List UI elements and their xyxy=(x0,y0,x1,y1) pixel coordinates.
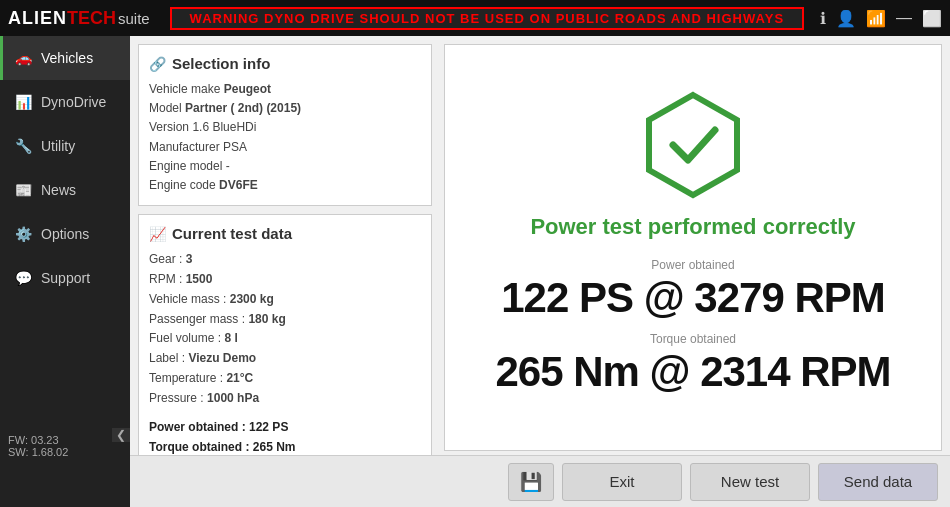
minimize-icon[interactable]: — xyxy=(896,9,912,27)
top-bar: ALIEN TECH suite WARNING DYNO DRIVE SHOU… xyxy=(0,0,950,36)
sidebar-item-options-label: Options xyxy=(41,226,89,242)
sidebar-item-dynodrive-label: DynoDrive xyxy=(41,94,106,110)
version-info: FW: 03.23 SW: 1.68.02 xyxy=(0,428,112,507)
svg-marker-0 xyxy=(649,95,737,195)
sidebar-item-vehicles[interactable]: 🚗 Vehicles xyxy=(0,36,130,80)
success-title: Power test performed correctly xyxy=(530,214,855,240)
sw-label: SW: xyxy=(8,446,29,458)
current-test-icon: 📈 xyxy=(149,226,166,242)
top-icons: ℹ 👤 📶 — ⬜ xyxy=(820,9,942,28)
support-icon: 💬 xyxy=(13,268,33,288)
vehicles-icon: 🚗 xyxy=(13,48,33,68)
test-passenger-mass: Passenger mass : 180 kg xyxy=(149,310,421,330)
utility-icon: 🔧 xyxy=(13,136,33,156)
options-icon: ⚙️ xyxy=(13,224,33,244)
news-icon: 📰 xyxy=(13,180,33,200)
send-data-button[interactable]: Send data xyxy=(818,463,938,501)
left-panel: 🔗 Selection info Vehicle make Peugeot Mo… xyxy=(130,36,440,455)
new-test-button[interactable]: New test xyxy=(690,463,810,501)
info-engine-code: Engine code DV6FE xyxy=(149,176,421,195)
logo: ALIEN TECH suite xyxy=(8,8,150,29)
warning-banner: WARNING DYNO DRIVE SHOULD NOT BE USED ON… xyxy=(170,7,804,30)
sidebar-item-news-label: News xyxy=(41,182,76,198)
wifi-icon[interactable]: 📶 xyxy=(866,9,886,28)
selection-info-icon: 🔗 xyxy=(149,56,166,72)
info-model: Model Partner ( 2nd) (2015) xyxy=(149,99,421,118)
test-torque-obtained: Torque obtained : 265 Nm xyxy=(149,437,421,455)
test-power-obtained: Power obtained : 122 PS xyxy=(149,417,421,437)
test-pressure: Pressure : 1000 hPa xyxy=(149,389,421,409)
fw-value: 03.23 xyxy=(31,434,59,446)
save-icon: 💾 xyxy=(520,471,542,493)
sidebar-item-vehicles-label: Vehicles xyxy=(41,50,93,66)
sidebar-item-utility-label: Utility xyxy=(41,138,75,154)
logo-suite-text: suite xyxy=(118,10,150,27)
panels: 🔗 Selection info Vehicle make Peugeot Mo… xyxy=(130,36,950,455)
current-test-box: 📈 Current test data Gear : 3 RPM : 1500 … xyxy=(138,214,432,455)
action-bar: 💾 Exit New test Send data xyxy=(130,455,950,507)
info-engine-model: Engine model - xyxy=(149,157,421,176)
current-test-title: 📈 Current test data xyxy=(149,225,421,242)
fw-label: FW: xyxy=(8,434,28,446)
sidebar-item-support-label: Support xyxy=(41,270,90,286)
test-label: Label : Viezu Demo xyxy=(149,349,421,369)
content-area: 🔗 Selection info Vehicle make Peugeot Mo… xyxy=(130,36,950,507)
info-manufacturer: Manufacturer PSA xyxy=(149,138,421,157)
logo-tech-text: TECH xyxy=(67,8,116,29)
torque-label: Torque obtained xyxy=(650,332,736,346)
sidebar-item-utility[interactable]: 🔧 Utility xyxy=(0,124,130,168)
logo-alien-text: ALIEN xyxy=(8,8,67,29)
sidebar-item-options[interactable]: ⚙️ Options xyxy=(0,212,130,256)
selection-info-box: 🔗 Selection info Vehicle make Peugeot Mo… xyxy=(138,44,432,206)
sidebar-item-news[interactable]: 📰 News xyxy=(0,168,130,212)
test-vehicle-mass: Vehicle mass : 2300 kg xyxy=(149,290,421,310)
success-hex-icon xyxy=(638,90,748,200)
main-area: 🚗 Vehicles 📊 DynoDrive 🔧 Utility 📰 News … xyxy=(0,36,950,507)
power-value: 122 PS @ 3279 RPM xyxy=(501,274,885,322)
info-make: Vehicle make Peugeot xyxy=(149,80,421,99)
test-temperature: Temperature : 21°C xyxy=(149,369,421,389)
torque-value: 265 Nm @ 2314 RPM xyxy=(495,348,890,396)
sidebar-item-support[interactable]: 💬 Support xyxy=(0,256,130,300)
restore-icon[interactable]: ⬜ xyxy=(922,9,942,28)
dynodrive-icon: 📊 xyxy=(13,92,33,112)
test-power-summary: Power obtained : 122 PS Torque obtained … xyxy=(149,417,421,456)
sw-value: 1.68.02 xyxy=(32,446,69,458)
power-label: Power obtained xyxy=(651,258,734,272)
sidebar: 🚗 Vehicles 📊 DynoDrive 🔧 Utility 📰 News … xyxy=(0,36,130,507)
user-icon[interactable]: 👤 xyxy=(836,9,856,28)
sidebar-item-dynodrive[interactable]: 📊 DynoDrive xyxy=(0,80,130,124)
selection-info-title: 🔗 Selection info xyxy=(149,55,421,72)
save-button[interactable]: 💾 xyxy=(508,463,554,501)
test-rpm: RPM : 1500 xyxy=(149,270,421,290)
info-version: Version 1.6 BlueHDi xyxy=(149,118,421,137)
right-panel: Power test performed correctly Power obt… xyxy=(444,44,942,451)
exit-button[interactable]: Exit xyxy=(562,463,682,501)
test-gear: Gear : 3 xyxy=(149,250,421,270)
info-icon[interactable]: ℹ xyxy=(820,9,826,28)
test-fuel: Fuel volume : 8 l xyxy=(149,329,421,349)
sidebar-collapse-btn[interactable]: ❮ xyxy=(112,428,130,442)
